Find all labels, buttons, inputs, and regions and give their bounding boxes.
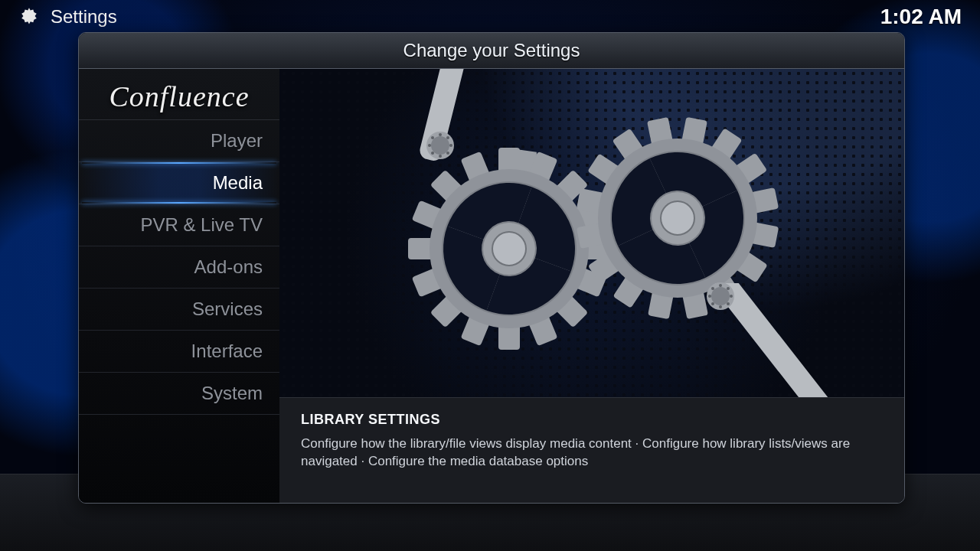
- top-bar: Settings 1:02 AM: [0, 0, 980, 34]
- window-title: Change your Settings: [79, 33, 904, 69]
- nav-label: Services: [192, 298, 263, 320]
- description-panel: LIBRARY SETTINGS Configure how the libra…: [279, 397, 904, 504]
- svg-point-57: [719, 284, 722, 287]
- nav-item-system[interactable]: System: [79, 373, 279, 415]
- settings-window: Change your Settings Confluence Player M…: [78, 32, 905, 504]
- nav-item-pvr[interactable]: PVR & Live TV: [79, 204, 279, 246]
- gears-illustration: [279, 69, 904, 397]
- svg-point-59: [708, 295, 711, 298]
- description-heading: LIBRARY SETTINGS: [301, 412, 883, 428]
- preview-pane: [279, 69, 904, 397]
- clock: 1:02 AM: [880, 5, 962, 29]
- sidebar: Confluence Player Media PVR & Live TV Ad…: [79, 69, 279, 504]
- nav-item-media[interactable]: Media: [79, 162, 279, 204]
- svg-point-4: [439, 133, 442, 136]
- top-left: Settings: [18, 6, 117, 28]
- svg-point-0: [26, 14, 32, 20]
- svg-point-8: [431, 136, 434, 139]
- svg-point-60: [730, 295, 733, 298]
- skin-logo: Confluence: [79, 69, 279, 120]
- nav-item-interface[interactable]: Interface: [79, 331, 279, 373]
- nav-label: Player: [211, 130, 263, 152]
- content-pane: LIBRARY SETTINGS Configure how the libra…: [279, 69, 904, 504]
- description-body: Configure how the library/file views dis…: [301, 435, 883, 471]
- svg-point-56: [711, 287, 730, 305]
- nav-item-player[interactable]: Player: [79, 120, 279, 162]
- svg-point-64: [727, 302, 730, 305]
- settings-nav: Player Media PVR & Live TV Add-ons Servi…: [79, 120, 279, 415]
- svg-point-62: [727, 287, 730, 290]
- nav-label: Media: [213, 172, 263, 194]
- svg-point-63: [711, 302, 714, 305]
- window-body: Confluence Player Media PVR & Live TV Ad…: [79, 69, 904, 504]
- nav-label: PVR & Live TV: [140, 214, 263, 236]
- nav-item-addons[interactable]: Add-ons: [79, 246, 279, 289]
- nav-item-services[interactable]: Services: [79, 289, 279, 331]
- svg-point-58: [719, 305, 722, 308]
- svg-point-61: [711, 287, 714, 290]
- gear-icon: [18, 6, 40, 28]
- nav-label: Add-ons: [194, 256, 263, 278]
- nav-label: System: [201, 383, 263, 404]
- nav-label: Interface: [191, 341, 263, 362]
- svg-point-9: [446, 136, 449, 139]
- page-title: Settings: [51, 6, 117, 28]
